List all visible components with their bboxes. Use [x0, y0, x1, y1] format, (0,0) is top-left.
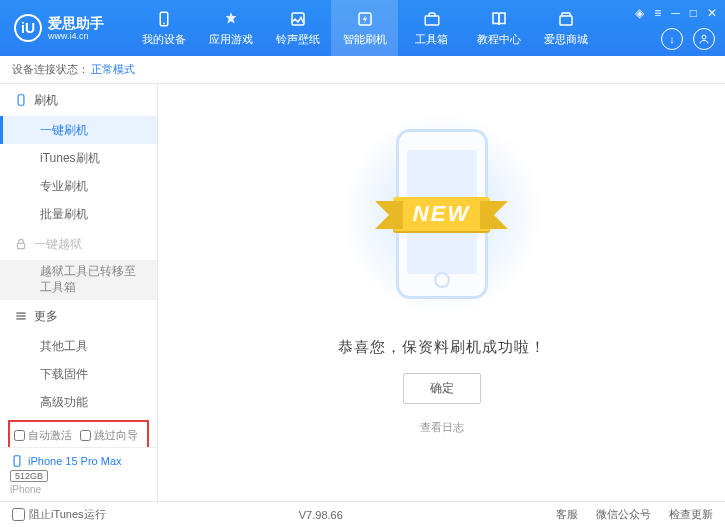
sidebar-item-other[interactable]: 其他工具 — [0, 332, 157, 360]
device-info[interactable]: iPhone 15 Pro Max 512GB iPhone — [0, 447, 157, 501]
lock-icon — [14, 237, 28, 251]
nav-tutorials[interactable]: 教程中心 — [465, 0, 532, 56]
sidebar-item-oneclick[interactable]: 一键刷机 — [0, 116, 157, 144]
logo: iU 爱思助手 www.i4.cn — [0, 14, 130, 42]
nav-my-device[interactable]: 我的设备 — [130, 0, 197, 56]
maximize-icon[interactable]: □ — [690, 6, 697, 20]
footer: 阻止iTunes运行 V7.98.66 客服 微信公众号 检查更新 — [0, 501, 725, 527]
view-log-link[interactable]: 查看日志 — [420, 420, 464, 435]
nav-store[interactable]: 爱思商城 — [532, 0, 599, 56]
svg-rect-8 — [18, 243, 25, 248]
wallpaper-icon — [289, 10, 307, 28]
sidebar-item-advanced[interactable]: 高级功能 — [0, 388, 157, 416]
section-jailbreak: 一键越狱 — [0, 228, 157, 260]
chk-auto-activate[interactable]: 自动激活 — [14, 428, 72, 443]
sidebar-item-firmware[interactable]: 下载固件 — [0, 360, 157, 388]
svg-point-6 — [702, 35, 706, 39]
success-message: 恭喜您，保资料刷机成功啦！ — [338, 338, 546, 357]
footer-update[interactable]: 检查更新 — [669, 507, 713, 522]
main-content: NEW 恭喜您，保资料刷机成功啦！ 确定 查看日志 — [158, 84, 725, 501]
nav-rings[interactable]: 铃声壁纸 — [264, 0, 331, 56]
footer-support[interactable]: 客服 — [556, 507, 578, 522]
close-icon[interactable]: ✕ — [707, 6, 717, 20]
storage-badge: 512GB — [10, 470, 48, 482]
nav-apps[interactable]: 应用游戏 — [197, 0, 264, 56]
success-illustration: NEW — [362, 114, 522, 314]
more-icon — [14, 309, 28, 323]
book-icon — [490, 10, 508, 28]
device-type: iPhone — [10, 484, 147, 495]
nav-tools[interactable]: 工具箱 — [398, 0, 465, 56]
svg-rect-4 — [425, 16, 439, 25]
phone-icon — [155, 10, 173, 28]
logo-icon: iU — [14, 14, 42, 42]
toolbox-icon — [423, 10, 441, 28]
app-title: 爱思助手 — [48, 16, 104, 30]
apps-icon — [222, 10, 240, 28]
svg-rect-12 — [14, 456, 20, 467]
user-button[interactable] — [693, 28, 715, 50]
window-controls: ◈ ≡ ─ □ ✕ — [635, 6, 717, 20]
version-label: V7.98.66 — [299, 509, 343, 521]
status-value: 正常模式 — [91, 62, 135, 77]
sidebar-item-pro[interactable]: 专业刷机 — [0, 172, 157, 200]
store-icon — [557, 10, 575, 28]
sidebar-item-batch[interactable]: 批量刷机 — [0, 200, 157, 228]
sidebar-item-itunes[interactable]: iTunes刷机 — [0, 144, 157, 172]
phone-icon — [14, 93, 28, 107]
chk-block-itunes[interactable]: 阻止iTunes运行 — [12, 507, 106, 522]
main-nav: 我的设备 应用游戏 铃声壁纸 智能刷机 工具箱 教程中心 爱思商城 — [130, 0, 599, 56]
section-flash[interactable]: 刷机 — [0, 84, 157, 116]
footer-wechat[interactable]: 微信公众号 — [596, 507, 651, 522]
svg-rect-7 — [18, 95, 24, 106]
flash-icon — [356, 10, 374, 28]
sidebar: 刷机 一键刷机 iTunes刷机 专业刷机 批量刷机 一键越狱 越狱工具已转移至… — [0, 84, 158, 501]
minimize-icon[interactable]: ─ — [671, 6, 680, 20]
section-more[interactable]: 更多 — [0, 300, 157, 332]
skin-icon[interactable]: ◈ — [635, 6, 644, 20]
svg-rect-5 — [560, 16, 572, 25]
ok-button[interactable]: 确定 — [403, 373, 481, 404]
titlebar: iU 爱思助手 www.i4.cn 我的设备 应用游戏 铃声壁纸 智能刷机 工具… — [0, 0, 725, 56]
nav-flash[interactable]: 智能刷机 — [331, 0, 398, 56]
download-button[interactable]: ↓ — [661, 28, 683, 50]
chk-skip-guide[interactable]: 跳过向导 — [80, 428, 138, 443]
menu-icon[interactable]: ≡ — [654, 6, 661, 20]
highlighted-options: 自动激活 跳过向导 — [8, 420, 149, 447]
new-ribbon: NEW — [393, 197, 490, 231]
phone-icon — [10, 454, 24, 468]
sidebar-item-jailbreak-moved[interactable]: 越狱工具已转移至工具箱 — [0, 260, 157, 300]
app-url: www.i4.cn — [48, 32, 104, 41]
connection-status: 设备连接状态： 正常模式 — [0, 56, 725, 84]
